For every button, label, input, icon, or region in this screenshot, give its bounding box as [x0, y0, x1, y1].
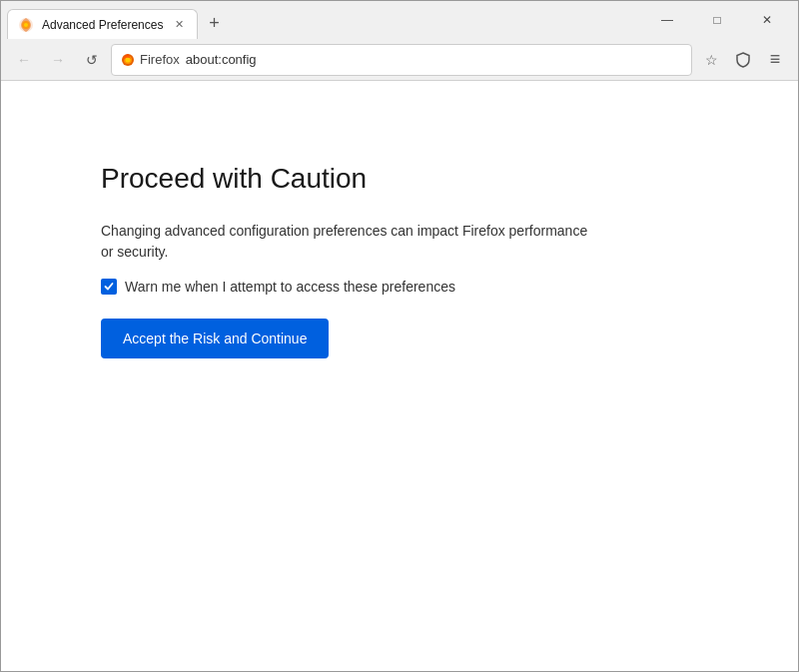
new-tab-button[interactable]: + [200, 9, 228, 37]
browser-window: Advanced Preferences ✕ + — □ ✕ ← → ↺ Fir… [0, 0, 799, 672]
svg-point-2 [24, 23, 28, 27]
firefox-label: Firefox [140, 52, 180, 67]
page-content: Proceed with Caution Changing advanced c… [1, 81, 798, 671]
reload-button[interactable]: ↺ [77, 45, 107, 75]
menu-button[interactable]: ≡ [760, 45, 790, 75]
title-bar: Advanced Preferences ✕ + — □ ✕ [1, 1, 798, 39]
back-button[interactable]: ← [9, 45, 39, 75]
content-inner: Proceed with Caution Changing advanced c… [1, 81, 700, 438]
checkbox-label[interactable]: Warn me when I attempt to access these p… [125, 279, 455, 295]
forward-button[interactable]: → [43, 45, 73, 75]
minimize-button[interactable]: — [644, 5, 690, 35]
address-bar[interactable]: Firefox about:config [111, 44, 692, 76]
checkbox-row[interactable]: Warn me when I attempt to access these p… [101, 279, 600, 295]
close-button[interactable]: ✕ [744, 5, 790, 35]
address-text: about:config [186, 52, 683, 67]
page-heading: Proceed with Caution [101, 161, 600, 197]
accept-risk-button[interactable]: Accept the Risk and Continue [101, 319, 329, 358]
toolbar-right: ☆ ≡ [696, 45, 790, 75]
active-tab[interactable]: Advanced Preferences ✕ [7, 9, 198, 39]
shield-icon [736, 52, 750, 68]
checkmark-icon [104, 282, 114, 292]
tab-close-button[interactable]: ✕ [171, 17, 187, 33]
warn-checkbox[interactable] [101, 279, 117, 295]
maximize-button[interactable]: □ [694, 5, 740, 35]
firefox-icon-wrapper: Firefox [120, 52, 180, 68]
toolbar: ← → ↺ Firefox about:config ☆ ≡ [1, 39, 798, 81]
svg-point-5 [126, 57, 131, 62]
tab-favicon [18, 17, 34, 33]
window-controls: — □ ✕ [636, 1, 798, 39]
bookmark-button[interactable]: ☆ [696, 45, 726, 75]
warning-text: Changing advanced configuration preferen… [101, 221, 600, 263]
tab-title: Advanced Preferences [42, 18, 163, 32]
shield-button[interactable] [728, 45, 758, 75]
firefox-logo-icon [120, 52, 136, 68]
tabs-area: Advanced Preferences ✕ + [1, 1, 636, 39]
